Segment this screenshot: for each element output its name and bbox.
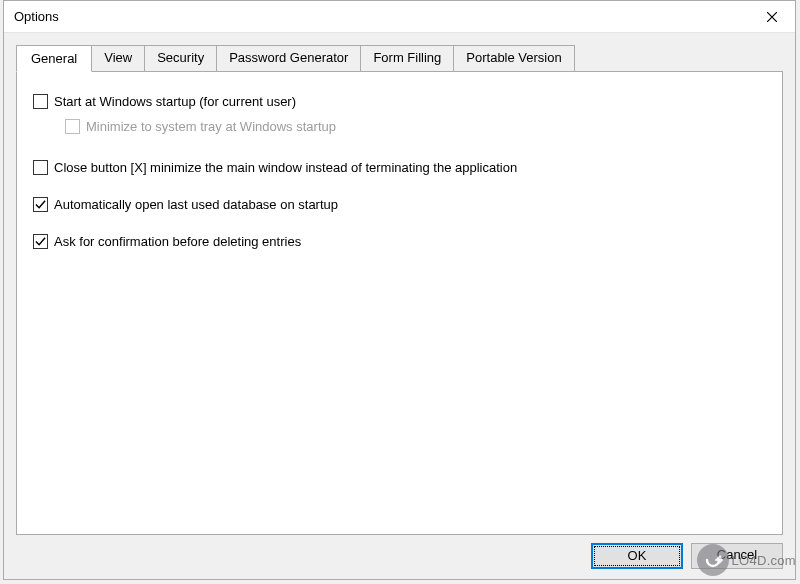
tab-security[interactable]: Security <box>144 45 217 71</box>
tab-panel-general: Start at Windows startup (for current us… <box>16 71 783 535</box>
tab-general[interactable]: General <box>16 45 92 72</box>
checkbox-icon <box>33 197 48 212</box>
option-close-minimizes[interactable]: Close button [X] minimize the main windo… <box>33 160 766 175</box>
dialog-body: General View Security Password Generator… <box>4 33 795 579</box>
checkbox-icon <box>65 119 80 134</box>
options-dialog: Options General View Security Password G… <box>3 0 796 580</box>
checkbox-icon <box>33 160 48 175</box>
ok-button[interactable]: OK <box>591 543 683 569</box>
window-title: Options <box>14 9 59 24</box>
tab-password-generator[interactable]: Password Generator <box>216 45 361 71</box>
tab-view[interactable]: View <box>91 45 145 71</box>
option-label: Automatically open last used database on… <box>54 197 338 212</box>
close-button[interactable] <box>749 1 795 33</box>
close-icon <box>767 12 777 22</box>
dialog-button-row: OK Cancel <box>16 535 783 569</box>
titlebar: Options <box>4 1 795 33</box>
option-start-at-startup[interactable]: Start at Windows startup (for current us… <box>33 94 766 109</box>
option-minimize-tray: Minimize to system tray at Windows start… <box>65 119 766 134</box>
option-confirm-delete[interactable]: Ask for confirmation before deleting ent… <box>33 234 766 249</box>
option-open-last-db[interactable]: Automatically open last used database on… <box>33 197 766 212</box>
option-label: Close button [X] minimize the main windo… <box>54 160 517 175</box>
tab-form-filling[interactable]: Form Filling <box>360 45 454 71</box>
option-label: Ask for confirmation before deleting ent… <box>54 234 301 249</box>
option-label: Minimize to system tray at Windows start… <box>86 119 336 134</box>
option-label: Start at Windows startup (for current us… <box>54 94 296 109</box>
checkbox-icon <box>33 234 48 249</box>
tab-portable-version[interactable]: Portable Version <box>453 45 574 71</box>
checkbox-icon <box>33 94 48 109</box>
tab-container: General View Security Password Generator… <box>16 45 783 535</box>
tab-strip: General View Security Password Generator… <box>16 45 783 71</box>
cancel-button[interactable]: Cancel <box>691 543 783 569</box>
